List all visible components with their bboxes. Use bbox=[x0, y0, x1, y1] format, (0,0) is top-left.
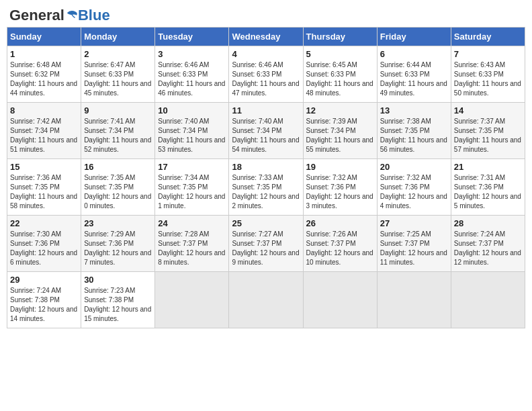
day-info: Sunrise: 7:32 AMSunset: 7:36 PMDaylight:… bbox=[380, 173, 448, 211]
day-info: Sunrise: 7:39 AMSunset: 7:34 PMDaylight:… bbox=[306, 117, 374, 154]
day-cell-21: 21 Sunrise: 7:31 AMSunset: 7:36 PMDaylig… bbox=[451, 159, 525, 216]
day-cell-30: 30 Sunrise: 7:23 AMSunset: 7:38 PMDaylig… bbox=[81, 272, 155, 328]
day-cell-16: 16 Sunrise: 7:35 AMSunset: 7:35 PMDaylig… bbox=[81, 159, 155, 216]
day-cell-12: 12 Sunrise: 7:39 AMSunset: 7:34 PMDaylig… bbox=[303, 103, 377, 159]
day-cell-24: 24 Sunrise: 7:28 AMSunset: 7:37 PMDaylig… bbox=[155, 216, 229, 272]
day-number: 13 bbox=[380, 105, 448, 116]
day-info: Sunrise: 6:46 AMSunset: 6:33 PMDaylight:… bbox=[232, 60, 300, 98]
day-number: 15 bbox=[10, 162, 78, 172]
day-info: Sunrise: 6:45 AMSunset: 6:33 PMDaylight:… bbox=[306, 60, 374, 98]
day-info: Sunrise: 7:29 AMSunset: 7:36 PMDaylight:… bbox=[84, 230, 152, 267]
day-info: Sunrise: 7:41 AMSunset: 7:34 PMDaylight:… bbox=[84, 117, 152, 154]
weekday-header-tuesday: Tuesday bbox=[155, 28, 229, 46]
day-cell-22: 22 Sunrise: 7:30 AMSunset: 7:36 PMDaylig… bbox=[7, 216, 81, 272]
day-number: 20 bbox=[380, 162, 448, 172]
weekday-header-saturday: Saturday bbox=[451, 28, 525, 46]
day-cell-1: 1 Sunrise: 6:48 AMSunset: 6:32 PMDayligh… bbox=[7, 46, 81, 103]
day-info: Sunrise: 7:27 AMSunset: 7:37 PMDaylight:… bbox=[232, 230, 300, 267]
day-info: Sunrise: 7:24 AMSunset: 7:38 PMDaylight:… bbox=[10, 286, 78, 324]
weekday-header-wednesday: Wednesday bbox=[229, 28, 303, 46]
week-row-3: 15 Sunrise: 7:36 AMSunset: 7:35 PMDaylig… bbox=[7, 159, 525, 216]
day-info: Sunrise: 7:36 AMSunset: 7:35 PMDaylight:… bbox=[10, 173, 78, 211]
day-number: 1 bbox=[10, 49, 78, 59]
day-number: 6 bbox=[380, 49, 448, 59]
weekday-header-row: SundayMondayTuesdayWednesdayThursdayFrid… bbox=[7, 28, 525, 46]
day-number: 27 bbox=[380, 218, 448, 228]
day-cell-17: 17 Sunrise: 7:34 AMSunset: 7:35 PMDaylig… bbox=[155, 159, 229, 216]
day-number: 26 bbox=[306, 218, 374, 228]
day-number: 24 bbox=[158, 218, 226, 228]
day-info: Sunrise: 6:43 AMSunset: 6:33 PMDaylight:… bbox=[454, 60, 522, 98]
day-number: 12 bbox=[306, 105, 374, 116]
day-cell-14: 14 Sunrise: 7:37 AMSunset: 7:35 PMDaylig… bbox=[451, 103, 525, 159]
day-cell-29: 29 Sunrise: 7:24 AMSunset: 7:38 PMDaylig… bbox=[7, 272, 81, 328]
day-cell-18: 18 Sunrise: 7:33 AMSunset: 7:35 PMDaylig… bbox=[229, 159, 303, 216]
day-cell-15: 15 Sunrise: 7:36 AMSunset: 7:35 PMDaylig… bbox=[7, 159, 81, 216]
day-number: 23 bbox=[84, 218, 152, 228]
day-cell-28: 28 Sunrise: 7:24 AMSunset: 7:37 PMDaylig… bbox=[451, 216, 525, 272]
day-info: Sunrise: 7:40 AMSunset: 7:34 PMDaylight:… bbox=[158, 117, 226, 154]
day-number: 30 bbox=[84, 275, 152, 285]
day-number: 14 bbox=[454, 105, 522, 116]
day-cell-20: 20 Sunrise: 7:32 AMSunset: 7:36 PMDaylig… bbox=[377, 159, 451, 216]
day-info: Sunrise: 7:34 AMSunset: 7:35 PMDaylight:… bbox=[158, 173, 226, 211]
day-number: 10 bbox=[158, 105, 226, 116]
day-info: Sunrise: 6:47 AMSunset: 6:33 PMDaylight:… bbox=[84, 60, 152, 98]
day-info: Sunrise: 7:42 AMSunset: 7:34 PMDaylight:… bbox=[10, 117, 78, 154]
day-number: 21 bbox=[454, 162, 522, 172]
day-number: 25 bbox=[232, 218, 300, 228]
day-number: 17 bbox=[158, 162, 226, 172]
day-cell-19: 19 Sunrise: 7:32 AMSunset: 7:36 PMDaylig… bbox=[303, 159, 377, 216]
weekday-header-friday: Friday bbox=[377, 28, 451, 46]
day-number: 8 bbox=[10, 105, 78, 116]
day-cell-10: 10 Sunrise: 7:40 AMSunset: 7:34 PMDaylig… bbox=[155, 103, 229, 159]
day-info: Sunrise: 7:30 AMSunset: 7:36 PMDaylight:… bbox=[10, 230, 78, 267]
weekday-header-thursday: Thursday bbox=[303, 28, 377, 46]
week-row-4: 22 Sunrise: 7:30 AMSunset: 7:36 PMDaylig… bbox=[7, 216, 525, 272]
logo: General Blue bbox=[9, 7, 110, 24]
logo-general-text: General bbox=[9, 7, 64, 24]
day-number: 19 bbox=[306, 162, 374, 172]
day-info: Sunrise: 7:33 AMSunset: 7:35 PMDaylight:… bbox=[232, 173, 300, 211]
day-info: Sunrise: 7:28 AMSunset: 7:37 PMDaylight:… bbox=[158, 230, 226, 267]
day-info: Sunrise: 7:31 AMSunset: 7:36 PMDaylight:… bbox=[454, 173, 522, 211]
day-cell-3: 3 Sunrise: 6:46 AMSunset: 6:33 PMDayligh… bbox=[155, 46, 229, 103]
day-number: 4 bbox=[232, 49, 300, 59]
day-info: Sunrise: 7:37 AMSunset: 7:35 PMDaylight:… bbox=[454, 117, 522, 154]
empty-cell bbox=[377, 272, 451, 328]
day-info: Sunrise: 6:46 AMSunset: 6:33 PMDaylight:… bbox=[158, 60, 226, 98]
day-info: Sunrise: 7:32 AMSunset: 7:36 PMDaylight:… bbox=[306, 173, 374, 211]
week-row-1: 1 Sunrise: 6:48 AMSunset: 6:32 PMDayligh… bbox=[7, 46, 525, 103]
day-cell-27: 27 Sunrise: 7:25 AMSunset: 7:37 PMDaylig… bbox=[377, 216, 451, 272]
day-number: 9 bbox=[84, 105, 152, 116]
day-info: Sunrise: 7:35 AMSunset: 7:35 PMDaylight:… bbox=[84, 173, 152, 211]
day-info: Sunrise: 7:24 AMSunset: 7:37 PMDaylight:… bbox=[454, 230, 522, 267]
empty-cell bbox=[155, 272, 229, 328]
day-info: Sunrise: 7:23 AMSunset: 7:38 PMDaylight:… bbox=[84, 286, 152, 324]
day-cell-8: 8 Sunrise: 7:42 AMSunset: 7:34 PMDayligh… bbox=[7, 103, 81, 159]
weekday-header-monday: Monday bbox=[81, 28, 155, 46]
day-number: 7 bbox=[454, 49, 522, 59]
weekday-header-sunday: Sunday bbox=[7, 28, 81, 46]
week-row-5: 29 Sunrise: 7:24 AMSunset: 7:38 PMDaylig… bbox=[7, 272, 525, 328]
empty-cell bbox=[451, 272, 525, 328]
day-number: 22 bbox=[10, 218, 78, 228]
page-header: General Blue bbox=[7, 7, 525, 24]
day-cell-11: 11 Sunrise: 7:40 AMSunset: 7:34 PMDaylig… bbox=[229, 103, 303, 159]
day-cell-6: 6 Sunrise: 6:44 AMSunset: 6:33 PMDayligh… bbox=[377, 46, 451, 103]
day-cell-4: 4 Sunrise: 6:46 AMSunset: 6:33 PMDayligh… bbox=[229, 46, 303, 103]
day-info: Sunrise: 7:38 AMSunset: 7:35 PMDaylight:… bbox=[380, 117, 448, 154]
day-number: 28 bbox=[454, 218, 522, 228]
logo-blue-text: Blue bbox=[78, 7, 110, 24]
day-info: Sunrise: 6:44 AMSunset: 6:33 PMDaylight:… bbox=[380, 60, 448, 98]
day-info: Sunrise: 6:48 AMSunset: 6:32 PMDaylight:… bbox=[10, 60, 78, 98]
day-number: 11 bbox=[232, 105, 300, 116]
empty-cell bbox=[303, 272, 377, 328]
calendar-table: SundayMondayTuesdayWednesdayThursdayFrid… bbox=[7, 27, 525, 328]
week-row-2: 8 Sunrise: 7:42 AMSunset: 7:34 PMDayligh… bbox=[7, 103, 525, 159]
day-info: Sunrise: 7:25 AMSunset: 7:37 PMDaylight:… bbox=[380, 230, 448, 267]
day-cell-9: 9 Sunrise: 7:41 AMSunset: 7:34 PMDayligh… bbox=[81, 103, 155, 159]
day-number: 5 bbox=[306, 49, 374, 59]
day-cell-2: 2 Sunrise: 6:47 AMSunset: 6:33 PMDayligh… bbox=[81, 46, 155, 103]
day-number: 16 bbox=[84, 162, 152, 172]
